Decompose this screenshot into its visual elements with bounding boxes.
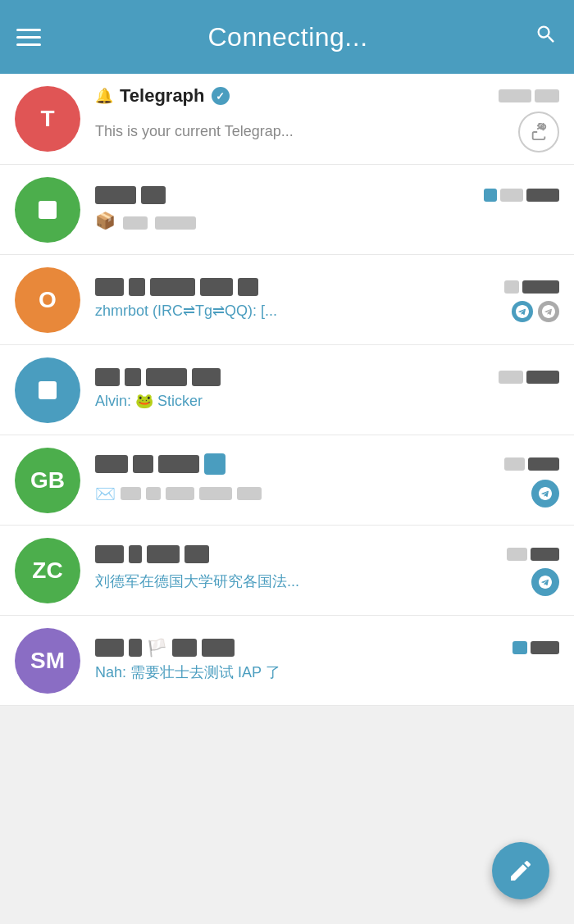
chat-name — [95, 278, 258, 296]
chat-preview: This is your current Telegrap... — [95, 121, 294, 142]
name-blurred — [95, 368, 120, 386]
chat-content: zhmrbot (IRC⇌Tg⇌QQ): [... — [95, 278, 559, 322]
name-blurred2 — [141, 186, 166, 204]
name-blurred3 — [158, 455, 199, 473]
chat-name — [95, 368, 221, 386]
verified-badge: ✓ — [212, 87, 230, 105]
tg-status-icon — [531, 480, 559, 508]
time-blurred — [499, 371, 523, 384]
time-blurred — [499, 89, 531, 102]
name-blurred2 — [133, 455, 153, 473]
search-button[interactable] — [535, 23, 558, 52]
time-blurred2 — [522, 280, 559, 294]
time-blurred2 — [531, 641, 559, 654]
preview-blurred2 — [155, 216, 196, 230]
chat-name: 🔔 Telegraph ✓ — [95, 85, 230, 107]
name-blurred — [95, 186, 136, 204]
tg-status-icon — [531, 568, 559, 596]
status-blurred — [484, 189, 497, 202]
chat-name — [95, 453, 226, 475]
topbar-title: Connecting... — [207, 22, 367, 52]
chat-content: 刘德军在德国大学研究各国法... — [95, 545, 559, 596]
list-item[interactable]: ZC 刘德军在德国大学研究各国法... — [0, 526, 574, 616]
list-item[interactable]: O zhmrbot (IRC⇌Tg⇌QQ): [... — [0, 255, 574, 345]
name-blurred2 — [129, 278, 145, 296]
name-blurred2 — [129, 545, 142, 563]
name-blurred — [95, 455, 128, 473]
chat-list: T 🔔 Telegraph ✓ This is your current Tel… — [0, 74, 574, 706]
chat-preview: 刘德军在德国大学研究各国法... — [95, 571, 299, 592]
list-item[interactable]: Alvin: 🐸 Sticker — [0, 345, 574, 435]
chat-name — [95, 545, 209, 563]
name-blurred3 — [150, 278, 195, 296]
name-blurred5 — [238, 278, 258, 296]
chat-name — [95, 186, 166, 204]
name-blurred3 — [146, 368, 187, 386]
avatar: O — [15, 267, 80, 333]
time-blurred — [500, 189, 523, 202]
list-item[interactable]: SM 🏳️ Nah: 需要壮士去测试 IAP 了 — [0, 616, 574, 706]
chat-content: 🔔 Telegraph ✓ This is your current Teleg… — [95, 85, 559, 152]
menu-button[interactable] — [16, 29, 41, 46]
name-blurred — [95, 545, 124, 563]
preview-blurred3 — [166, 487, 194, 500]
chat-content: ✉️ — [95, 453, 559, 508]
compose-button[interactable] — [492, 842, 549, 899]
chat-content: 🏳️ Nah: 需要壮士去测试 IAP 了 — [95, 638, 559, 683]
topbar: Connecting... — [0, 0, 574, 74]
name-blurred3 — [172, 639, 197, 657]
preview-blurred — [123, 216, 148, 230]
list-item[interactable]: 📦 — [0, 165, 574, 255]
name-icon — [204, 453, 226, 475]
name-blurred4 — [200, 278, 233, 296]
chat-preview: ✉️ — [95, 484, 262, 503]
preview-blurred4 — [199, 487, 232, 500]
avatar — [15, 177, 80, 243]
name-blurred2 — [129, 639, 142, 657]
chat-preview: Nah: 需要壮士去测试 IAP 了 — [95, 664, 280, 680]
share-button[interactable] — [518, 112, 559, 152]
time-blurred2 — [526, 371, 559, 384]
preview-blurred5 — [237, 487, 262, 500]
list-item[interactable]: T 🔔 Telegraph ✓ This is your current Tel… — [0, 74, 574, 165]
name-blurred4 — [184, 545, 209, 563]
tg-status-icon — [512, 301, 533, 322]
chat-name: 🏳️ — [95, 638, 235, 658]
chat-preview: Alvin: 🐸 Sticker — [95, 393, 203, 409]
time-blurred — [507, 548, 527, 561]
avatar: GB — [15, 448, 80, 513]
name-blurred3 — [147, 545, 180, 563]
avatar — [15, 357, 80, 423]
time-blurred — [512, 641, 527, 654]
time-blurred — [504, 280, 519, 294]
chat-content: 📦 — [95, 186, 559, 232]
avatar: SM — [15, 628, 80, 694]
name-blurred4 — [192, 368, 221, 386]
name-blurred — [95, 278, 124, 296]
avatar: ZC — [15, 538, 80, 603]
chat-content: Alvin: 🐸 Sticker — [95, 368, 559, 412]
time-blurred — [504, 457, 525, 471]
list-item[interactable]: GB ✉️ — [0, 435, 574, 526]
time-blurred2 — [531, 548, 559, 561]
preview-blurred2 — [146, 487, 161, 500]
name-blurred2 — [125, 368, 141, 386]
time-blurred2 — [535, 89, 559, 102]
name-blurred — [95, 639, 124, 657]
time-blurred2 — [528, 457, 559, 471]
tg-status-icon2 — [538, 301, 559, 322]
preview-blurred — [121, 487, 141, 500]
mute-icon: 🔔 — [95, 87, 113, 105]
time-blurred2 — [526, 189, 559, 202]
avatar: T — [15, 86, 80, 152]
name-blurred4 — [202, 639, 235, 657]
chat-preview: zhmrbot (IRC⇌Tg⇌QQ): [... — [95, 301, 277, 321]
chat-preview: 📦 — [95, 209, 559, 232]
